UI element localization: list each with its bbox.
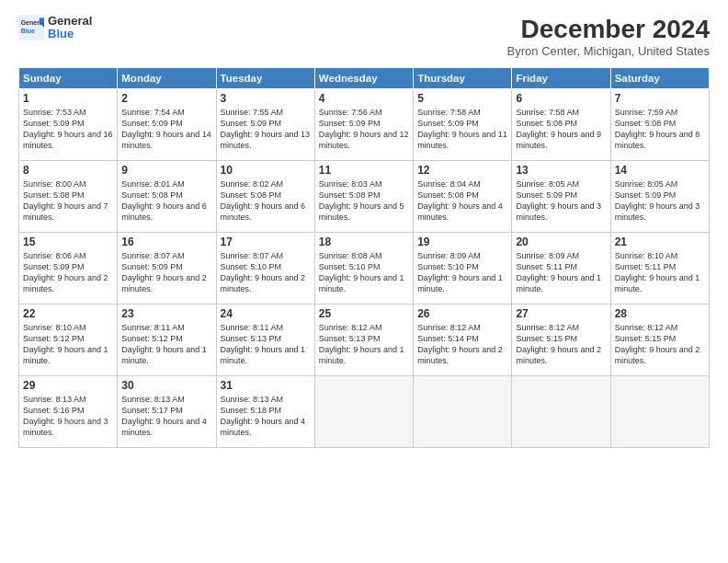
cell-info: Sunrise: 8:05 AMSunset: 5:09 PMDaylight:… — [615, 179, 700, 222]
logo-text: General Blue — [48, 15, 92, 41]
cell-info: Sunrise: 8:09 AMSunset: 5:11 PMDaylight:… — [516, 251, 601, 293]
svg-text:Blue: Blue — [21, 28, 35, 34]
calendar-cell: 5 Sunrise: 7:58 AMSunset: 5:09 PMDayligh… — [414, 89, 512, 161]
day-number: 10 — [221, 164, 311, 177]
calendar-cell: 27 Sunrise: 8:12 AMSunset: 5:15 PMDaylig… — [512, 304, 610, 376]
calendar-week-2: 8 Sunrise: 8:00 AMSunset: 5:08 PMDayligh… — [19, 161, 710, 233]
calendar-cell: 20 Sunrise: 8:09 AMSunset: 5:11 PMDaylig… — [512, 233, 610, 304]
cell-info: Sunrise: 8:12 AMSunset: 5:15 PMDaylight:… — [516, 323, 601, 365]
day-number: 14 — [615, 164, 705, 177]
col-thursday: Thursday — [414, 68, 512, 89]
day-number: 18 — [319, 236, 409, 248]
cell-info: Sunrise: 8:07 AMSunset: 5:09 PMDaylight:… — [121, 251, 207, 293]
calendar-cell: 13 Sunrise: 8:05 AMSunset: 5:09 PMDaylig… — [512, 161, 610, 233]
cell-info: Sunrise: 8:12 AMSunset: 5:13 PMDaylight:… — [319, 323, 404, 365]
calendar-cell: 11 Sunrise: 8:03 AMSunset: 5:08 PMDaylig… — [314, 161, 413, 233]
day-number: 20 — [516, 236, 606, 248]
calendar-cell: 10 Sunrise: 8:02 AMSunset: 5:08 PMDaylig… — [216, 161, 314, 233]
cell-info: Sunrise: 8:09 AMSunset: 5:10 PMDaylight:… — [417, 251, 503, 293]
calendar-cell: 31 Sunrise: 8:13 AMSunset: 5:18 PMDaylig… — [216, 376, 314, 448]
cell-info: Sunrise: 8:04 AMSunset: 5:08 PMDaylight:… — [417, 179, 503, 222]
day-number: 24 — [221, 307, 311, 320]
calendar-cell: 3 Sunrise: 7:55 AMSunset: 5:09 PMDayligh… — [216, 89, 314, 161]
calendar-cell: 21 Sunrise: 8:10 AMSunset: 5:11 PMDaylig… — [610, 233, 709, 304]
day-number: 17 — [221, 236, 311, 248]
cell-info: Sunrise: 7:53 AMSunset: 5:09 PMDaylight:… — [23, 108, 113, 150]
cell-info: Sunrise: 7:55 AMSunset: 5:09 PMDaylight:… — [221, 108, 311, 150]
calendar-header-row: Sunday Monday Tuesday Wednesday Thursday… — [19, 68, 710, 89]
cell-info: Sunrise: 8:06 AMSunset: 5:09 PMDaylight:… — [23, 251, 108, 293]
cell-info: Sunrise: 7:56 AMSunset: 5:09 PMDaylight:… — [319, 108, 409, 150]
cell-info: Sunrise: 8:01 AMSunset: 5:08 PMDaylight:… — [121, 179, 207, 222]
calendar-cell: 9 Sunrise: 8:01 AMSunset: 5:08 PMDayligh… — [118, 161, 216, 233]
title-block: December 2024 Byron Center, Michigan, Un… — [507, 15, 710, 58]
cell-info: Sunrise: 8:00 AMSunset: 5:08 PMDaylight:… — [23, 179, 108, 222]
calendar-cell: 19 Sunrise: 8:09 AMSunset: 5:10 PMDaylig… — [414, 233, 512, 304]
calendar-cell: 7 Sunrise: 7:59 AMSunset: 5:08 PMDayligh… — [610, 89, 709, 161]
cell-info: Sunrise: 8:11 AMSunset: 5:12 PMDaylight:… — [121, 323, 207, 365]
day-number: 6 — [516, 92, 606, 105]
calendar-week-5: 29 Sunrise: 8:13 AMSunset: 5:16 PMDaylig… — [19, 376, 710, 448]
day-number: 16 — [121, 236, 211, 248]
day-number: 7 — [615, 92, 705, 105]
day-number: 13 — [516, 164, 606, 177]
calendar-cell — [314, 376, 413, 448]
cell-info: Sunrise: 7:58 AMSunset: 5:09 PMDaylight:… — [417, 108, 507, 150]
calendar-cell: 18 Sunrise: 8:08 AMSunset: 5:10 PMDaylig… — [314, 233, 413, 304]
header: General Blue General Blue December 2024 … — [18, 15, 710, 58]
day-number: 19 — [417, 236, 507, 248]
calendar-cell: 8 Sunrise: 8:00 AMSunset: 5:08 PMDayligh… — [19, 161, 118, 233]
logo-icon: General Blue — [18, 15, 44, 40]
calendar-cell: 25 Sunrise: 8:12 AMSunset: 5:13 PMDaylig… — [314, 304, 413, 376]
calendar-cell: 2 Sunrise: 7:54 AMSunset: 5:09 PMDayligh… — [118, 89, 216, 161]
calendar-cell: 14 Sunrise: 8:05 AMSunset: 5:09 PMDaylig… — [610, 161, 709, 233]
logo: General Blue General Blue — [18, 15, 92, 41]
calendar-cell: 26 Sunrise: 8:12 AMSunset: 5:14 PMDaylig… — [414, 304, 512, 376]
day-number: 21 — [615, 236, 705, 248]
day-number: 4 — [319, 92, 409, 105]
col-friday: Friday — [512, 68, 610, 89]
cell-info: Sunrise: 8:13 AMSunset: 5:16 PMDaylight:… — [23, 395, 108, 437]
col-saturday: Saturday — [610, 68, 709, 89]
calendar-week-3: 15 Sunrise: 8:06 AMSunset: 5:09 PMDaylig… — [19, 233, 710, 304]
logo-line2: Blue — [48, 27, 74, 40]
day-number: 22 — [23, 307, 113, 320]
page: General Blue General Blue December 2024 … — [0, 0, 728, 563]
cell-info: Sunrise: 8:13 AMSunset: 5:18 PMDaylight:… — [221, 395, 306, 437]
day-number: 25 — [319, 307, 409, 320]
col-monday: Monday — [118, 68, 216, 89]
subtitle: Byron Center, Michigan, United States — [507, 44, 710, 58]
calendar-cell: 22 Sunrise: 8:10 AMSunset: 5:12 PMDaylig… — [19, 304, 118, 376]
cell-info: Sunrise: 8:10 AMSunset: 5:12 PMDaylight:… — [23, 323, 108, 365]
cell-info: Sunrise: 8:13 AMSunset: 5:17 PMDaylight:… — [121, 395, 207, 437]
day-number: 27 — [516, 307, 606, 320]
main-title: December 2024 — [507, 15, 710, 44]
calendar-cell — [414, 376, 512, 448]
logo-line1: General — [48, 15, 92, 28]
day-number: 15 — [23, 236, 113, 248]
cell-info: Sunrise: 7:54 AMSunset: 5:09 PMDaylight:… — [121, 108, 211, 150]
calendar-cell: 29 Sunrise: 8:13 AMSunset: 5:16 PMDaylig… — [19, 376, 118, 448]
calendar-cell: 24 Sunrise: 8:11 AMSunset: 5:13 PMDaylig… — [216, 304, 314, 376]
cell-info: Sunrise: 8:07 AMSunset: 5:10 PMDaylight:… — [221, 251, 306, 293]
calendar-cell: 23 Sunrise: 8:11 AMSunset: 5:12 PMDaylig… — [118, 304, 216, 376]
calendar-cell: 15 Sunrise: 8:06 AMSunset: 5:09 PMDaylig… — [19, 233, 118, 304]
day-number: 12 — [417, 164, 507, 177]
day-number: 3 — [221, 92, 311, 105]
cell-info: Sunrise: 8:03 AMSunset: 5:08 PMDaylight:… — [319, 179, 404, 222]
calendar-cell: 17 Sunrise: 8:07 AMSunset: 5:10 PMDaylig… — [216, 233, 314, 304]
cell-info: Sunrise: 8:02 AMSunset: 5:08 PMDaylight:… — [221, 179, 306, 222]
day-number: 31 — [221, 379, 311, 392]
calendar-cell: 6 Sunrise: 7:58 AMSunset: 5:08 PMDayligh… — [512, 89, 610, 161]
cell-info: Sunrise: 7:59 AMSunset: 5:08 PMDaylight:… — [615, 108, 700, 150]
calendar: Sunday Monday Tuesday Wednesday Thursday… — [18, 67, 710, 448]
calendar-week-1: 1 Sunrise: 7:53 AMSunset: 5:09 PMDayligh… — [19, 89, 710, 161]
calendar-cell: 4 Sunrise: 7:56 AMSunset: 5:09 PMDayligh… — [314, 89, 413, 161]
day-number: 1 — [23, 92, 113, 105]
day-number: 5 — [417, 92, 507, 105]
day-number: 30 — [121, 379, 211, 392]
cell-info: Sunrise: 8:11 AMSunset: 5:13 PMDaylight:… — [221, 323, 306, 365]
cell-info: Sunrise: 8:12 AMSunset: 5:15 PMDaylight:… — [615, 323, 700, 365]
calendar-cell — [610, 376, 709, 448]
day-number: 2 — [121, 92, 211, 105]
